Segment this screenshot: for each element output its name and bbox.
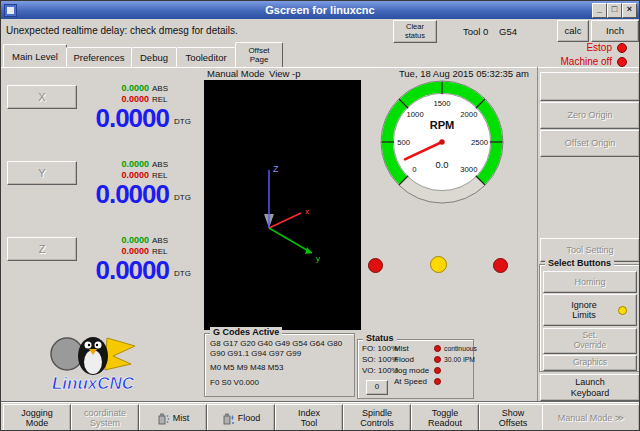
window-title: Gscreen for linuxcnc [265,4,374,16]
axis-y-dtg-value: 0.0000 [41,179,169,210]
x-axis-label: x [305,207,309,216]
at-speed-led [434,378,441,385]
titlebar[interactable]: Gscreen for linuxcnc _ □ × [1,1,639,19]
spindle-forward-led [493,258,508,273]
spindle-rpm-gauge: 0 500 1000 1500 2000 2500 3000 RPM 0.0 [378,78,506,206]
flood-button[interactable]: Flood [207,404,275,431]
feed-override-label: FO: 100% [362,344,398,353]
ignore-limits-button[interactable]: Ignore Limits [543,294,637,326]
mode-switch-button[interactable]: Manual Mode ≫ [542,404,640,431]
coordinate-system-button[interactable]: coordinate System [71,404,139,431]
close-button[interactable]: × [622,3,637,18]
flood-status-label: Flood [394,355,414,364]
at-speed-label: At Speed [394,377,427,386]
flood-coolant-icon [222,411,235,426]
gauge-value: 0.0 [435,160,448,170]
gauge-tick-1500: 1500 [433,99,450,108]
jog-mode-label: Jog mode [394,366,429,375]
axis-y-abs-label: ABS [152,160,168,169]
gauge-tick-0: 0 [412,165,416,174]
y-axis-label: y [316,254,320,263]
gauge-tick-2000: 2000 [460,110,477,119]
logo-text: LinuxCNC [52,374,135,393]
gremlin-3d-view[interactable]: Z x y [204,80,361,330]
axis-x-abs-value: 0.0000 [89,83,149,93]
gauge-title: RPM [430,119,455,131]
mist-status-label: Mist [394,344,409,353]
graphics-button[interactable]: Graphics [543,355,637,371]
spindle-controls-button[interactable]: Spindle Controls [343,404,411,431]
right-panel-separator [537,67,538,403]
tool-number-label: Tool 0 [463,26,488,37]
axis-y-dtg-label: DTG [174,193,191,202]
homing-button[interactable]: Homing [543,271,637,293]
calc-button[interactable]: calc [557,20,589,42]
viewer-view-label: View -p [269,68,301,79]
fsv-line: F0 S0 V0.000 [210,378,259,387]
minimize-button[interactable]: _ [592,3,607,18]
gauge-tick-500: 500 [397,138,410,147]
jog-increment-button[interactable]: 0 [366,380,388,395]
gauge-tick-1000: 1000 [407,110,424,119]
units-button[interactable]: Inch [591,20,639,42]
axis-z-dtg-label: DTG [174,269,191,278]
toolbar-separator-light [1,402,639,403]
gauge-tick-2500: 2500 [471,138,488,147]
launch-keyboard-button[interactable]: Launch Keyboard [540,374,640,401]
estop-status-label: Estop [501,42,612,53]
mist-button[interactable]: Mist [139,404,207,431]
mist-led [434,345,441,352]
jog-mode-value: continuous [444,345,477,352]
maximize-button[interactable]: □ [607,3,622,18]
tab-offset-page[interactable]: Offset Page [235,42,283,67]
machine-axes-origin: Z x y [204,80,361,330]
gscreen-window: Gscreen for linuxcnc _ □ × Unexpected re… [0,0,640,431]
machine-status-label: Machine off [501,56,612,67]
status-row: Unexpected realtime delay: check dmesg f… [1,19,639,43]
ignore-limits-led [618,306,627,315]
linuxcnc-logo: LinuxCNC [37,330,149,394]
flood-led [434,356,441,363]
tab-preferences[interactable]: Preferences [66,47,132,67]
jog-mode-led [434,367,441,374]
gauge-tick-3000: 3000 [460,165,477,174]
spindle-override-label: SO: 100% [362,355,398,364]
axis-x-abs-label: ABS [152,84,168,93]
axis-x-dtg-value: 0.0000 [41,103,169,134]
clear-status-button[interactable]: Clear status [393,20,437,43]
gcodes-title: G Codes Active [210,327,282,337]
axis-z-abs-label: ABS [152,236,168,245]
coord-system-label: G54 [499,26,517,37]
spindle-stop-led [430,256,447,273]
tab-debug[interactable]: Debug [131,47,177,67]
index-tool-button[interactable]: Index Tool [275,404,343,431]
tab-tooleditor[interactable]: Tooleditor [176,47,236,67]
gcodes-line-2: G90 G91.1 G94 G97 G99 [210,349,301,358]
tab-main-level[interactable]: Main Level [3,44,67,67]
z-axis-label: Z [273,164,279,174]
mcodes-line: M0 M5 M9 M48 M53 [210,363,283,372]
toggle-readout-button[interactable]: Toggle Readout [411,404,479,431]
axis-x-dtg-label: DTG [174,117,191,126]
window-icon [4,4,17,17]
axis-z-dtg-value: 0.0000 [41,255,169,286]
machine-off-led [617,57,627,67]
logo-flash-icon [105,338,135,370]
spindle-reverse-led [368,258,383,273]
blank-button[interactable] [540,72,640,101]
axis-y-abs-value: 0.0000 [89,159,149,169]
select-buttons-title: Select Buttons [545,258,614,268]
estop-led [617,43,627,53]
mist-spray-icon [157,411,170,426]
show-offsets-button[interactable]: Show Offsets [479,404,547,431]
gcodes-frame: G Codes Active G8 G17 G20 G40 G49 G54 G6… [204,333,355,397]
zero-origin-button[interactable]: Zero Origin [540,102,640,129]
page-top-separator [1,67,639,68]
set-override-button[interactable]: Set. Override [543,328,637,354]
velocity-override-label: VO: 100% [362,366,398,375]
jogging-mode-button[interactable]: Jogging Mode [3,404,71,431]
offset-origin-button[interactable]: Offset Origin [540,130,640,157]
status-title: Status [363,333,397,343]
status-message: Unexpected realtime delay: check dmesg f… [6,25,238,36]
axis-z-abs-value: 0.0000 [89,235,149,245]
